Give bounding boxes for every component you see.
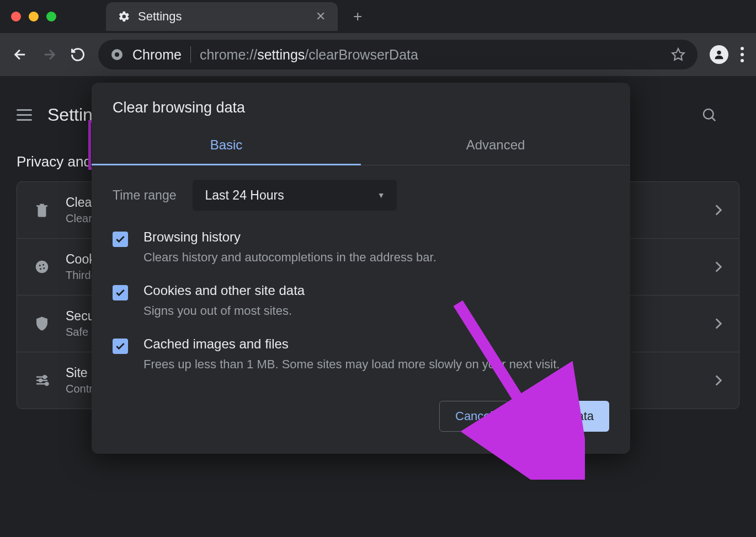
- svg-point-8: [40, 268, 41, 270]
- traffic-lights: [11, 12, 56, 22]
- dialog-body: Time range Last 24 Hours ▼ Browsing hist…: [92, 165, 630, 395]
- dialog-actions: Cancel Clear data: [92, 395, 630, 432]
- checkbox[interactable]: [113, 339, 128, 354]
- option-title: Cached images and files: [143, 336, 560, 352]
- bookmark-star-icon[interactable]: [671, 47, 685, 62]
- browser-tab[interactable]: Settings ✕: [106, 2, 338, 31]
- tab-advanced[interactable]: Advanced: [361, 125, 630, 165]
- option-cookies[interactable]: Cookies and other site data Signs you ou…: [113, 283, 609, 320]
- clear-browsing-data-dialog: Clear browsing data Basic Advanced Time …: [92, 83, 630, 454]
- svg-marker-2: [672, 49, 684, 60]
- option-title: Cookies and other site data: [143, 283, 305, 298]
- option-cache[interactable]: Cached images and files Frees up less th…: [113, 336, 609, 373]
- svg-point-5: [36, 261, 49, 273]
- time-range-label: Time range: [113, 188, 176, 203]
- svg-point-11: [39, 379, 42, 382]
- kebab-menu-icon[interactable]: [741, 47, 744, 62]
- window-titlebar: Settings ✕ +: [0, 0, 756, 33]
- dialog-title: Clear browsing data: [92, 83, 630, 125]
- svg-point-1: [115, 52, 119, 57]
- close-icon[interactable]: ✕: [316, 9, 326, 24]
- tab-title: Settings: [138, 9, 308, 24]
- trash-icon: [34, 202, 50, 218]
- chevron-right-icon: [715, 205, 722, 216]
- checkbox[interactable]: [113, 232, 128, 247]
- option-title: Browsing history: [143, 229, 436, 245]
- option-subtitle: Frees up less than 1 MB. Some sites may …: [143, 355, 560, 373]
- checkbox[interactable]: [113, 285, 128, 300]
- svg-point-10: [44, 375, 46, 378]
- time-range-select[interactable]: Last 24 Hours ▼: [193, 180, 397, 211]
- time-range-value: Last 24 Hours: [205, 188, 284, 203]
- window-close-button[interactable]: [11, 12, 21, 22]
- gear-icon: [118, 10, 130, 23]
- chevron-right-icon: [715, 318, 722, 329]
- address-bar[interactable]: Chrome chrome://settings/clearBrowserDat…: [98, 40, 698, 69]
- dialog-tabs: Basic Advanced: [92, 125, 630, 165]
- svg-point-4: [704, 109, 714, 119]
- search-icon[interactable]: [701, 106, 717, 123]
- time-range-row: Time range Last 24 Hours ▼: [113, 180, 609, 211]
- back-button[interactable]: [12, 46, 29, 63]
- svg-point-7: [42, 264, 44, 266]
- option-subtitle: Clears history and autocompletions in th…: [143, 248, 436, 266]
- chevron-down-icon: ▼: [377, 191, 385, 200]
- url-text: chrome://settings/clearBrowserData: [200, 47, 418, 63]
- reload-button[interactable]: [70, 46, 86, 63]
- url-prefix: Chrome: [132, 47, 182, 63]
- menu-icon[interactable]: [17, 109, 32, 121]
- new-tab-button[interactable]: +: [353, 8, 362, 25]
- shield-icon: [34, 315, 50, 332]
- separator: [190, 46, 191, 63]
- tab-basic[interactable]: Basic: [92, 125, 361, 165]
- svg-point-3: [717, 51, 721, 55]
- browser-toolbar: Chrome chrome://settings/clearBrowserDat…: [0, 33, 756, 76]
- option-browsing-history[interactable]: Browsing history Clears history and auto…: [113, 229, 609, 266]
- cookie-icon: [34, 259, 50, 275]
- clear-data-button[interactable]: Clear data: [522, 401, 609, 432]
- sliders-icon: [34, 372, 50, 389]
- forward-button[interactable]: [41, 46, 57, 63]
- chevron-right-icon: [715, 375, 722, 386]
- window-minimize-button[interactable]: [29, 12, 39, 22]
- profile-button[interactable]: [710, 45, 728, 64]
- chrome-icon: [110, 48, 124, 61]
- svg-point-6: [39, 265, 41, 266]
- svg-point-9: [43, 267, 45, 269]
- cancel-button[interactable]: Cancel: [439, 401, 509, 432]
- svg-point-12: [45, 383, 48, 385]
- chevron-right-icon: [715, 261, 722, 272]
- option-subtitle: Signs you out of most sites.: [143, 302, 305, 320]
- window-maximize-button[interactable]: [46, 12, 56, 22]
